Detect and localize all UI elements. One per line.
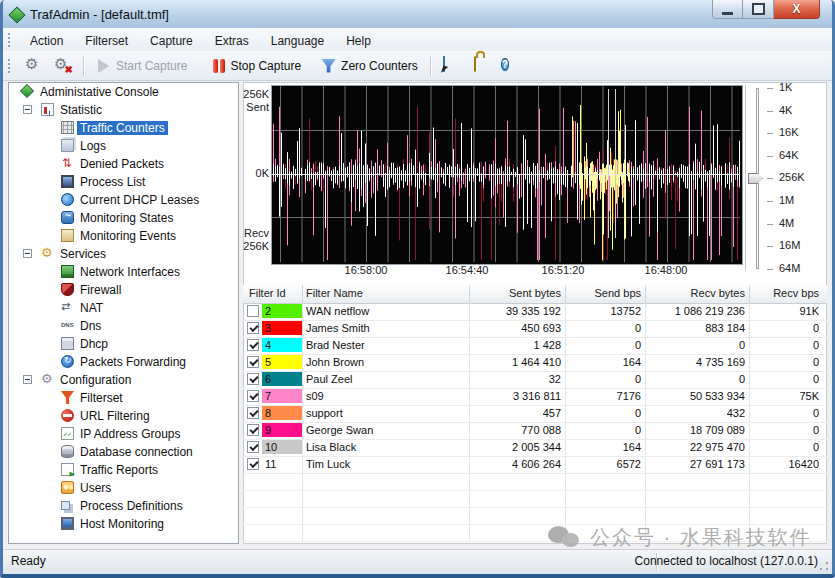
slider-panel-divider — [745, 85, 746, 270]
tree-item-statistic[interactable]: Statistic — [9, 101, 238, 119]
row-checkbox[interactable] — [247, 373, 259, 385]
menu-item-extras[interactable]: Extras — [204, 31, 260, 51]
tree-item-host-monitoring[interactable]: Host Monitoring — [9, 515, 238, 533]
row-checkbox[interactable] — [247, 356, 259, 368]
table-row[interactable]: 7 s09 3 316 811 7176 50 533 934 75K — [243, 388, 827, 406]
close-icon: X — [792, 2, 800, 16]
tree-item-url-filtering[interactable]: URL Filtering — [9, 407, 238, 425]
tree-item-icon — [61, 121, 74, 134]
tree-expander-icon[interactable] — [23, 375, 32, 384]
tree-item-process-definitions[interactable]: Process Definitions — [9, 497, 238, 515]
send-bps-cell: 0 — [565, 339, 641, 351]
menu-item-filterset[interactable]: Filterset — [74, 31, 139, 51]
empty-table-row — [243, 473, 827, 491]
tree-item-icon — [61, 517, 74, 530]
tree-item-label: Administative Console — [37, 85, 162, 99]
help-button[interactable]: ? — [495, 55, 524, 76]
disconnect-button[interactable]: ✖ — [48, 55, 77, 76]
menu-item-action[interactable]: Action — [19, 31, 74, 51]
axis-recv-unit: Recv — [241, 227, 269, 239]
menu-grip[interactable] — [8, 33, 13, 47]
tree-item-denied-packets[interactable]: Denied Packets — [9, 155, 238, 173]
time-axis-label: 16:48:00 — [634, 264, 698, 276]
tree-item-traffic-counters[interactable]: Traffic Counters — [9, 119, 238, 137]
row-checkbox[interactable] — [247, 339, 259, 351]
tree-item-label: Current DHCP Leases — [77, 193, 202, 207]
table-row[interactable]: 11 Tim Luck 4 606 264 6572 27 691 173 16… — [243, 456, 827, 474]
menu-item-capture[interactable]: Capture — [139, 31, 204, 51]
status-connection: Connected to localhost (127.0.0.1) — [635, 554, 818, 568]
table-row[interactable]: 5 John Brown 1 464 410 164 4 735 169 0 — [243, 354, 827, 372]
tree-item-traffic-reports[interactable]: Traffic Reports — [9, 461, 238, 479]
resize-grip[interactable] — [818, 560, 830, 572]
row-checkbox[interactable] — [247, 441, 259, 453]
tree-item-administative-console[interactable]: Administative Console — [9, 83, 238, 101]
col-filter-id[interactable]: Filter Id — [249, 287, 286, 299]
tree-item-label: Network Interfaces — [77, 265, 183, 279]
col-recv-bytes[interactable]: Recv bytes — [645, 287, 745, 299]
row-checkbox[interactable] — [247, 407, 259, 419]
tree-item-nat[interactable]: NAT — [9, 299, 238, 317]
select-counters-button[interactable] — [437, 55, 466, 76]
tree-item-label: IP Address Groups — [77, 427, 184, 441]
tree-item-monitoring-states[interactable]: Monitoring States — [9, 209, 238, 227]
send-bps-cell: 0 — [565, 407, 641, 419]
tree-item-network-interfaces[interactable]: Network Interfaces — [9, 263, 238, 281]
menu-item-language[interactable]: Language — [260, 31, 335, 51]
lock-icon — [474, 56, 476, 72]
tree-item-icon — [61, 139, 74, 152]
row-checkbox[interactable] — [247, 424, 259, 436]
tree-expander-icon[interactable] — [23, 105, 32, 114]
tree-item-database-connection[interactable]: Database connection — [9, 443, 238, 461]
column-separator — [749, 285, 750, 303]
tree-item-packets-forwarding[interactable]: Packets Forwarding — [9, 353, 238, 371]
tree-expander-icon[interactable] — [23, 249, 32, 258]
settings-button[interactable] — [19, 55, 48, 76]
tree-item-dns[interactable]: Dns — [9, 317, 238, 335]
row-checkbox[interactable] — [247, 322, 259, 334]
col-sent-bytes[interactable]: Sent bytes — [471, 287, 561, 299]
row-checkbox[interactable] — [247, 458, 259, 470]
tree-item-label: Process List — [77, 175, 148, 189]
table-row[interactable]: 4 Brad Nester 1 428 0 0 0 — [243, 337, 827, 355]
col-filter-name[interactable]: Filter Name — [306, 287, 363, 299]
toolbar-grip[interactable] — [8, 59, 13, 73]
maximize-button[interactable] — [743, 0, 774, 19]
tree-item-services[interactable]: Services — [9, 245, 238, 263]
tree-item-firewall[interactable]: Firewall — [9, 281, 238, 299]
table-row[interactable]: 8 support 457 0 432 0 — [243, 405, 827, 423]
close-button[interactable]: X — [774, 0, 820, 19]
scale-tick — [767, 201, 773, 202]
menu-bar: ActionFiltersetCaptureExtrasLanguageHelp — [3, 28, 832, 52]
tree-item-current-dhcp-leases[interactable]: Current DHCP Leases — [9, 191, 238, 209]
menu-item-help[interactable]: Help — [335, 31, 382, 51]
start-capture-button[interactable]: Start Capture — [90, 57, 193, 75]
tree-item-filterset[interactable]: Filterset — [9, 389, 238, 407]
table-row[interactable]: 6 Paul Zeel 32 0 0 0 — [243, 371, 827, 389]
lock-button[interactable] — [466, 55, 495, 76]
tree-item-ip-address-groups[interactable]: IP Address Groups — [9, 425, 238, 443]
row-checkbox[interactable] — [247, 305, 259, 317]
app-logo-icon — [9, 7, 24, 22]
tree-item-label: Traffic Counters — [77, 121, 168, 135]
table-row[interactable]: 2 WAN netflow 39 335 192 13752 1 086 219… — [243, 303, 827, 321]
col-recv-bps[interactable]: Recv bps — [749, 287, 819, 299]
table-row[interactable]: 10 Lisa Black 2 005 344 164 22 975 470 0 — [243, 439, 827, 457]
stop-capture-button[interactable]: Stop Capture — [207, 57, 307, 75]
tree-item-dhcp[interactable]: Dhcp — [9, 335, 238, 353]
minimize-button[interactable] — [712, 0, 743, 19]
tree-item-label: Users — [77, 481, 114, 495]
tree-item-logs[interactable]: Logs — [9, 137, 238, 155]
zero-counters-button[interactable]: Zero Counters — [315, 57, 424, 75]
tree-item-configuration[interactable]: Configuration — [9, 371, 238, 389]
help-icon: ? — [501, 58, 509, 71]
row-checkbox[interactable] — [247, 390, 259, 402]
tree-item-process-list[interactable]: Process List — [9, 173, 238, 191]
window-title: TrafAdmin - [default.tmf] — [30, 7, 169, 22]
tree-item-monitoring-events[interactable]: Monitoring Events — [9, 227, 238, 245]
tree-item-icon — [61, 265, 74, 278]
tree-item-users[interactable]: Users — [9, 479, 238, 497]
table-row[interactable]: 3 James Smith 450 693 0 883 184 0 — [243, 320, 827, 338]
col-send-bps[interactable]: Send bps — [565, 287, 641, 299]
table-row[interactable]: 9 George Swan 770 088 0 18 709 089 0 — [243, 422, 827, 440]
